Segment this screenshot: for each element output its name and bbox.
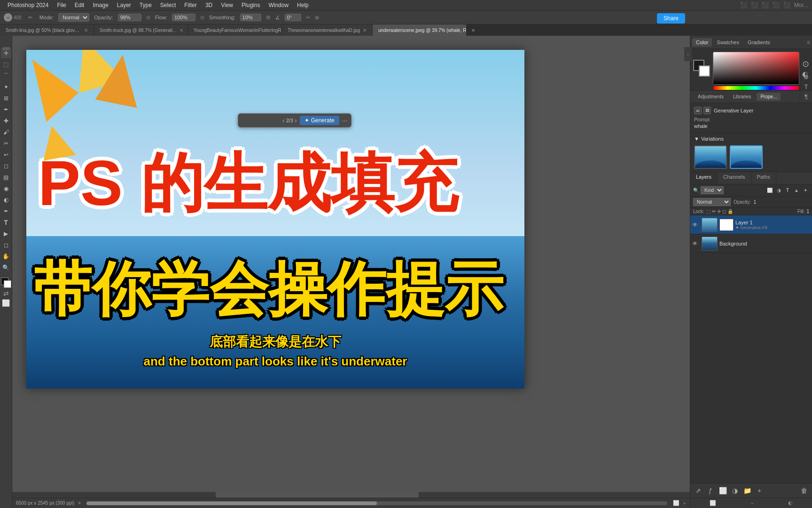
effects-btn[interactable]: ƒ bbox=[705, 485, 716, 496]
saturation-icon[interactable]: ◐ bbox=[788, 500, 793, 506]
settings-icon[interactable]: ⚙ bbox=[266, 15, 271, 21]
type-layer-icon[interactable]: T bbox=[784, 187, 791, 194]
lock-all-icon[interactable]: 🔒 bbox=[727, 209, 733, 214]
layer-row-1[interactable]: 👁 Background bbox=[690, 234, 812, 253]
clone-tool[interactable]: ✂ bbox=[1, 138, 11, 149]
generate-prev-btn[interactable]: ‹ bbox=[282, 117, 285, 124]
text-side-icon[interactable]: T bbox=[804, 83, 808, 90]
fill-value[interactable]: 1 bbox=[806, 209, 809, 214]
lasso-tool[interactable]: ⌒ bbox=[1, 71, 11, 81]
tab-0[interactable]: Smith-lina.jpg @ 50% (black glove ... ✕ bbox=[0, 24, 94, 36]
kind-select[interactable]: Kind bbox=[701, 186, 724, 194]
paragraph-side-icon[interactable]: ¶ bbox=[804, 93, 808, 100]
blur-tool[interactable]: ◉ bbox=[1, 183, 11, 194]
generate-button[interactable]: ✦ Generate bbox=[300, 116, 339, 125]
generate-prompt-input[interactable]: whale bbox=[242, 117, 280, 124]
tab-3[interactable]: ThewomanonwinterwalkwithaD.jpg ✕ bbox=[282, 24, 373, 36]
pen-tool[interactable]: ✒ bbox=[1, 206, 11, 216]
eraser-tool[interactable]: ◻ bbox=[1, 161, 11, 171]
tab-4[interactable]: underwaterscene.jpeg @ 39.7% (whale, RGB… bbox=[373, 24, 467, 36]
tab-3-close[interactable]: ✕ bbox=[363, 28, 367, 33]
brush-options-icon2[interactable]: ⊛ bbox=[315, 15, 319, 21]
layer-0-mask[interactable] bbox=[719, 219, 734, 231]
flow-input[interactable] bbox=[172, 14, 195, 21]
tab-gradients[interactable]: Gradients bbox=[744, 38, 774, 47]
levels-icon[interactable]: ⬜ bbox=[710, 500, 716, 506]
menu-view[interactable]: View bbox=[217, 1, 237, 9]
layer-1-visibility[interactable]: 👁 bbox=[692, 240, 700, 247]
menu-select[interactable]: Select bbox=[156, 1, 180, 9]
zoom-in-icon[interactable]: + bbox=[683, 500, 686, 506]
variation-thumb-0[interactable] bbox=[694, 145, 727, 169]
adjust-layer-icon[interactable]: ◑ bbox=[775, 187, 782, 194]
generate-more-btn[interactable]: ··· bbox=[342, 117, 348, 124]
healing-tool[interactable]: ✚ bbox=[1, 116, 11, 126]
blend-mode-select[interactable]: Normal bbox=[693, 198, 731, 206]
tab-0-close[interactable]: ✕ bbox=[84, 28, 88, 33]
menu-filter[interactable]: Filter bbox=[180, 1, 201, 9]
group-btn[interactable]: 📁 bbox=[742, 485, 752, 496]
right-panel-close[interactable]: ≡ bbox=[807, 39, 810, 46]
horizontal-scrollbar[interactable] bbox=[12, 492, 690, 498]
add-layer-btn[interactable]: + bbox=[754, 485, 765, 496]
tool-icon[interactable]: ○ bbox=[4, 13, 12, 22]
adjustment-btn[interactable]: ◑ bbox=[730, 485, 740, 496]
shape-layer-icon[interactable]: ▲ bbox=[793, 187, 800, 194]
marquee-tool[interactable]: ⬚ bbox=[1, 59, 11, 70]
hand-tool[interactable]: ✋ bbox=[1, 251, 11, 262]
smart-layer-icon[interactable]: ✦ bbox=[802, 187, 809, 194]
smoothing-input[interactable] bbox=[240, 14, 261, 21]
layer-0-visibility[interactable]: 👁 bbox=[692, 222, 700, 228]
gradient-tool[interactable]: ▤ bbox=[1, 172, 11, 183]
menu-help[interactable]: Help bbox=[293, 1, 312, 9]
lock-position-icon[interactable]: ✛ bbox=[717, 209, 721, 214]
lock-transparency-icon[interactable]: ⬚ bbox=[706, 209, 710, 214]
tab-color[interactable]: Color bbox=[692, 38, 712, 47]
pixel-layer-icon[interactable]: ⬜ bbox=[766, 187, 773, 194]
tab-2[interactable]: YoungBeautyFamousWomanInFlutteringRedDre… bbox=[188, 24, 282, 36]
generate-next-btn[interactable]: › bbox=[295, 117, 297, 124]
crop-tool[interactable]: ⊞ bbox=[1, 93, 11, 103]
mode-select[interactable]: Normal bbox=[58, 13, 89, 22]
angle-input[interactable] bbox=[285, 14, 301, 21]
layers-tab-channels[interactable]: Channels bbox=[718, 172, 751, 184]
tab-libraries[interactable]: Libraries bbox=[729, 93, 755, 101]
menu-plugins[interactable]: Plugins bbox=[238, 1, 264, 9]
color-sampler-icon[interactable]: ⊕ bbox=[804, 73, 809, 80]
history-brush-tool[interactable]: ↩ bbox=[1, 150, 11, 160]
panel-collapse-btn[interactable]: › bbox=[684, 47, 692, 61]
path-selection-tool[interactable]: ▶ bbox=[1, 229, 11, 239]
opacity-input[interactable] bbox=[118, 14, 141, 21]
foreground-color-swatch[interactable] bbox=[1, 278, 11, 288]
curves-icon[interactable]: ~ bbox=[750, 500, 753, 506]
eyedropper-tool[interactable]: ✒ bbox=[1, 104, 11, 115]
menu-edit[interactable]: Edit bbox=[71, 1, 88, 9]
colorpicker-icon[interactable]: ⊙ bbox=[802, 59, 809, 69]
share-button[interactable]: Share bbox=[657, 13, 685, 24]
quick-mask-icon[interactable]: ⬜ bbox=[2, 299, 10, 307]
variation-thumb-1[interactable] bbox=[730, 145, 763, 169]
magic-wand-tool[interactable]: ✦ bbox=[1, 82, 11, 92]
menu-type[interactable]: Type bbox=[136, 1, 156, 9]
brush-icon[interactable]: ✏ bbox=[28, 14, 35, 21]
color-gradient-picker[interactable] bbox=[713, 52, 799, 85]
tab-1[interactable]: Smith-truck.jpg @ 88.7% (Generati... ✕ bbox=[94, 24, 188, 36]
type-tool[interactable]: T bbox=[1, 217, 11, 228]
hue-bar[interactable] bbox=[713, 86, 799, 90]
dodge-tool[interactable]: ◐ bbox=[1, 195, 11, 205]
tab-properties[interactable]: Prope... bbox=[757, 93, 781, 101]
mask-btn[interactable]: ⬜ bbox=[718, 485, 728, 496]
tab-1-close[interactable]: ✕ bbox=[180, 28, 183, 33]
zoom-tool[interactable]: 🔍 bbox=[1, 262, 11, 273]
background-swatch[interactable] bbox=[699, 65, 710, 77]
lock-artboard-icon[interactable]: ◻ bbox=[722, 209, 726, 214]
menu-file[interactable]: File bbox=[53, 1, 70, 9]
delete-layer-btn[interactable]: 🗑 bbox=[799, 485, 809, 496]
lock-pixels-icon[interactable]: ✏ bbox=[712, 209, 716, 214]
tab-swatches[interactable]: Swatches bbox=[713, 38, 743, 47]
swap-colors-icon[interactable]: ⇄ bbox=[3, 290, 9, 297]
fit-icon[interactable]: ⬜ bbox=[673, 500, 679, 506]
opacity-layers-value[interactable]: 1 bbox=[754, 199, 757, 205]
menu-window[interactable]: Window bbox=[265, 1, 292, 9]
menu-3d[interactable]: 3D bbox=[202, 1, 216, 9]
